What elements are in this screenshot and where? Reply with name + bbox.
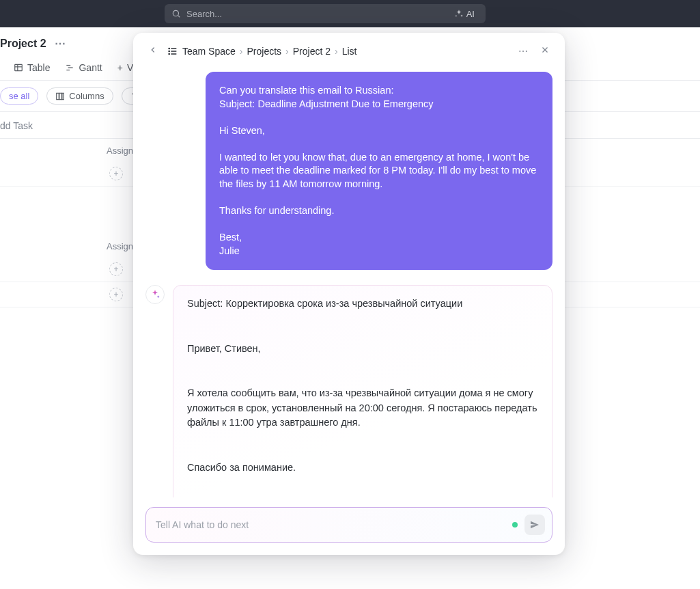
breadcrumb-view[interactable]: List: [342, 46, 357, 57]
close-icon: [540, 45, 550, 55]
svg-point-0: [173, 10, 178, 16]
status-dot-icon: [512, 522, 518, 528]
columns-button[interactable]: Columns: [46, 87, 113, 105]
breadcrumb-separator: ›: [240, 46, 243, 57]
tab-table[interactable]: Table: [14, 62, 50, 73]
breadcrumb-projects[interactable]: Projects: [247, 46, 282, 57]
add-assignee-icon[interactable]: +: [109, 167, 123, 180]
ai-button[interactable]: AI: [450, 8, 479, 20]
svg-rect-10: [62, 93, 64, 99]
svg-point-18: [169, 51, 169, 51]
ai-composer[interactable]: [145, 507, 552, 543]
svg-point-19: [169, 53, 169, 54]
plus-icon: +: [117, 62, 123, 73]
breadcrumb-separator: ›: [285, 46, 289, 57]
breadcrumb-separator: ›: [335, 46, 338, 57]
svg-rect-8: [57, 93, 59, 99]
send-button[interactable]: [524, 515, 545, 535]
breadcrumb-space[interactable]: Team Space: [182, 46, 236, 57]
modal-header: Team Space › Projects › Project 2 › List…: [133, 33, 565, 69]
breadcrumb-project[interactable]: Project 2: [293, 46, 331, 57]
composer-input[interactable]: [156, 519, 505, 530]
tab-label: V: [127, 62, 133, 73]
svg-rect-9: [59, 93, 62, 99]
close-button[interactable]: [537, 42, 552, 59]
search-input[interactable]: [186, 9, 445, 19]
svg-line-1: [178, 16, 180, 18]
sparkle-icon: [150, 289, 160, 300]
add-view-button[interactable]: + V: [117, 62, 134, 73]
search-icon: [171, 9, 181, 18]
tab-label: Gantt: [79, 62, 102, 73]
tab-label: Table: [27, 62, 50, 73]
modal-more-button[interactable]: ⋯: [516, 43, 531, 59]
page-title: Project 2: [0, 38, 46, 50]
back-button[interactable]: [145, 42, 160, 59]
ai-chat-modal: Team Space › Projects › Project 2 › List…: [133, 33, 565, 555]
modal-footer: [133, 497, 565, 555]
global-search[interactable]: AI: [165, 4, 486, 23]
ai-avatar: [145, 285, 165, 304]
add-assignee-icon[interactable]: +: [109, 262, 123, 276]
svg-rect-2: [15, 64, 23, 70]
sparkle-icon: [454, 9, 464, 18]
columns-icon: [55, 92, 65, 101]
chat-scroll-area[interactable]: Can you translate this email to Russian:…: [133, 69, 565, 497]
add-task-label: dd Task: [0, 120, 33, 131]
chevron-left-icon: [148, 45, 158, 55]
pill-label: se all: [9, 91, 29, 101]
pill-label: Columns: [69, 91, 104, 101]
send-icon: [529, 519, 540, 530]
table-icon: [14, 63, 23, 72]
close-all-button[interactable]: se all: [0, 87, 38, 105]
topbar: AI: [0, 0, 700, 27]
tab-gantt[interactable]: Gantt: [65, 62, 102, 73]
ai-label: AI: [466, 9, 475, 19]
user-message: Can you translate this email to Russian:…: [206, 72, 552, 270]
svg-point-17: [169, 48, 169, 49]
list-icon: [167, 46, 178, 57]
page-more-button[interactable]: ⋯: [55, 37, 66, 50]
gantt-icon: [65, 63, 74, 72]
add-assignee-icon[interactable]: +: [109, 288, 123, 301]
ai-message: Subject: Корректировка срока из-за чрезв…: [173, 285, 552, 497]
breadcrumb: Team Space › Projects › Project 2 › List: [167, 46, 509, 57]
